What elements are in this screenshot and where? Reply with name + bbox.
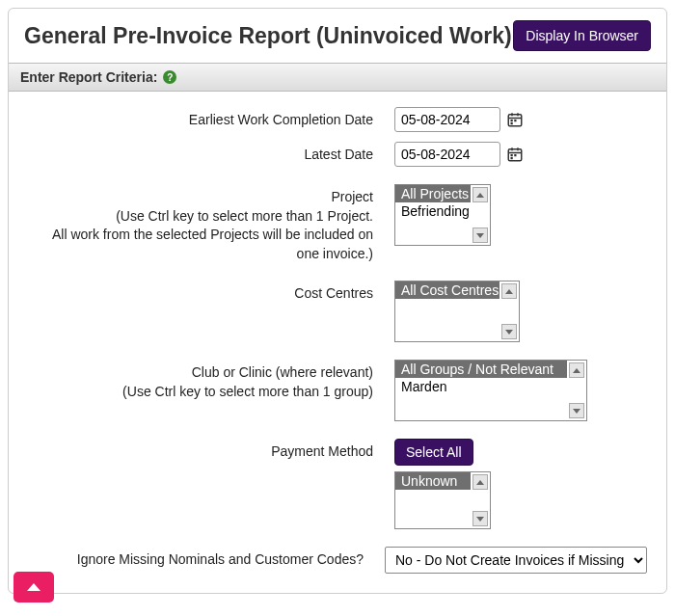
list-item[interactable]: Unknown (395, 472, 471, 490)
ignore-missing-select[interactable]: No - Do Not Create Invoices if Missing (385, 547, 647, 574)
header: General Pre-Invoice Report (Uninvoiced W… (9, 9, 666, 63)
svg-rect-6 (511, 122, 513, 124)
svg-rect-13 (511, 157, 513, 159)
ignore-missing-label: Ignore Missing Nominals and Customer Cod… (28, 547, 385, 570)
project-label: Project (Use Ctrl key to select more tha… (28, 184, 394, 263)
form-body: Earliest Work Completion Date Latest Dat… (9, 92, 666, 593)
svg-rect-12 (514, 154, 516, 156)
project-listbox[interactable]: All Projects Befriending (394, 184, 491, 246)
scroll-down-icon[interactable] (501, 324, 517, 339)
list-item[interactable]: All Cost Centres (395, 281, 500, 299)
scroll-up-icon[interactable] (472, 187, 488, 202)
list-item[interactable]: Marden (395, 378, 567, 395)
club-listbox[interactable]: All Groups / Not Relevant Marden (394, 360, 587, 421)
cost-centres-listbox[interactable]: All Cost Centres (394, 281, 520, 342)
display-in-browser-button[interactable]: Display In Browser (513, 20, 651, 51)
scroll-down-icon[interactable] (472, 228, 488, 243)
scroll-to-top-button[interactable] (14, 572, 54, 602)
club-label: Club or Clinic (where relevant) (Use Ctr… (28, 360, 394, 401)
calendar-icon[interactable] (506, 146, 524, 163)
scroll-up-icon[interactable] (472, 474, 488, 490)
scroll-down-icon[interactable] (472, 511, 488, 526)
chevron-up-icon (27, 583, 40, 591)
payment-method-label: Payment Method (28, 439, 394, 462)
latest-date-label: Latest Date (28, 142, 394, 165)
svg-rect-11 (511, 154, 513, 156)
earliest-date-input[interactable] (394, 107, 500, 132)
calendar-icon[interactable] (506, 111, 524, 128)
list-item[interactable]: All Projects (395, 185, 471, 202)
criteria-bar: Enter Report Criteria: ? (9, 63, 666, 92)
earliest-date-label: Earliest Work Completion Date (28, 107, 394, 130)
svg-rect-4 (511, 120, 513, 121)
list-item[interactable]: All Groups / Not Relevant (395, 361, 567, 378)
select-all-button[interactable]: Select All (394, 439, 473, 466)
scroll-up-icon[interactable] (569, 362, 584, 378)
latest-date-input[interactable] (394, 142, 500, 167)
criteria-label: Enter Report Criteria: (20, 69, 157, 85)
payment-method-listbox[interactable]: Unknown (394, 471, 491, 529)
scroll-down-icon[interactable] (569, 403, 584, 418)
report-panel: General Pre-Invoice Report (Uninvoiced W… (8, 8, 667, 594)
scroll-up-icon[interactable] (501, 283, 517, 299)
page-title: General Pre-Invoice Report (Uninvoiced W… (24, 23, 512, 49)
help-icon[interactable]: ? (163, 70, 176, 84)
list-item[interactable]: Befriending (395, 202, 471, 220)
svg-rect-5 (514, 120, 516, 121)
cost-centres-label: Cost Centres (28, 281, 394, 304)
